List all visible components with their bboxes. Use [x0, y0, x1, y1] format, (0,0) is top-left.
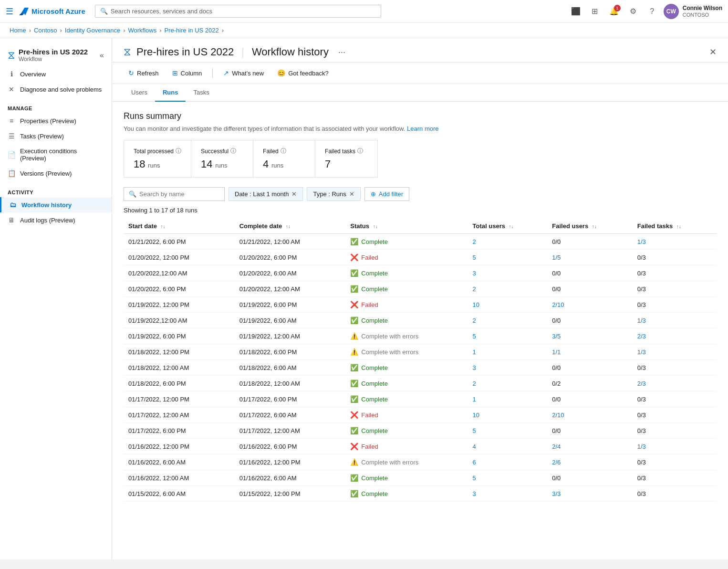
- sort-start-date[interactable]: ↑↓: [161, 224, 166, 229]
- breadcrumb-contoso[interactable]: Contoso: [34, 27, 57, 34]
- search-bar[interactable]: 🔍 Search resources, services and docs: [95, 5, 381, 18]
- cell-failed-users[interactable]: 2/10: [547, 297, 632, 313]
- table-row[interactable]: 01/20/2022,12:00 AM 01/20/2022, 6:00 AM …: [124, 265, 717, 281]
- successful-info-icon[interactable]: ⓘ: [230, 147, 236, 155]
- table-row[interactable]: 01/16/2022, 6:00 AM 01/16/2022, 12:00 PM…: [124, 454, 717, 470]
- failed-tasks-link[interactable]: 1/3: [637, 348, 646, 356]
- sidebar-item-workflow-history[interactable]: 🗂 Workflow history: [0, 197, 112, 212]
- table-row[interactable]: 01/19/2022, 12:00 PM 01/19/2022, 6:00 PM…: [124, 297, 717, 313]
- failed-users-link[interactable]: 2/6: [552, 459, 561, 466]
- total-users-link[interactable]: 3: [473, 490, 476, 497]
- sort-complete-date[interactable]: ↑↓: [286, 224, 291, 229]
- failed-users-link[interactable]: 3/3: [552, 490, 561, 497]
- table-row[interactable]: 01/18/2022, 12:00 PM 01/18/2022, 6:00 PM…: [124, 344, 717, 360]
- failed-users-link[interactable]: 2/4: [552, 443, 561, 450]
- cell-total-users[interactable]: 5: [468, 328, 548, 344]
- cell-failed-tasks[interactable]: 1/3: [633, 439, 717, 454]
- total-users-link[interactable]: 2: [473, 285, 476, 293]
- total-users-link[interactable]: 2: [473, 380, 476, 387]
- search-input[interactable]: [139, 190, 219, 198]
- date-filter-close[interactable]: ✕: [291, 190, 297, 198]
- cell-failed-users[interactable]: 2/6: [547, 454, 632, 470]
- sidebar-collapse-btn[interactable]: «: [100, 51, 104, 60]
- portal-menu-icon[interactable]: ⊞: [587, 4, 603, 19]
- refresh-button[interactable]: ↻ Refresh: [124, 66, 164, 80]
- hamburger-menu[interactable]: ☰: [6, 6, 13, 17]
- table-row[interactable]: 01/21/2022, 6:00 PM 01/21/2022, 12:00 AM…: [124, 234, 717, 250]
- failed-users-link[interactable]: 1/1: [552, 348, 561, 356]
- feedback-button[interactable]: 😊 Got feedback?: [272, 66, 333, 80]
- breadcrumb-pre-hire[interactable]: Pre-hire in US 2022: [165, 27, 219, 34]
- cell-failed-users[interactable]: 1/1: [547, 344, 632, 360]
- table-row[interactable]: 01/16/2022, 12:00 PM 01/16/2022, 6:00 PM…: [124, 439, 717, 454]
- total-users-link[interactable]: 10: [473, 301, 479, 308]
- cell-failed-tasks[interactable]: 1/3: [633, 234, 717, 250]
- date-filter-tag[interactable]: Date : Last 1 month ✕: [229, 187, 303, 201]
- sidebar-item-tasks[interactable]: ☰ Tasks (Preview): [0, 128, 112, 144]
- failed-tasks-link[interactable]: 2/3: [637, 333, 646, 340]
- cell-total-users[interactable]: 3: [468, 486, 548, 502]
- failed-info-icon[interactable]: ⓘ: [281, 147, 286, 155]
- cell-total-users[interactable]: 3: [468, 360, 548, 376]
- cell-failed-users[interactable]: 3/3: [547, 486, 632, 502]
- failed-tasks-link[interactable]: 1/3: [637, 238, 646, 245]
- cell-total-users[interactable]: 1: [468, 391, 548, 407]
- tab-users[interactable]: Users: [124, 84, 155, 102]
- table-row[interactable]: 01/19/2022, 6:00 PM 01/19/2022, 12:00 AM…: [124, 328, 717, 344]
- failed-users-link[interactable]: 2/10: [552, 411, 564, 419]
- failed-tasks-link[interactable]: 1/3: [637, 443, 646, 450]
- sidebar-item-audit-logs[interactable]: 🖥 Audit logs (Preview): [0, 212, 112, 228]
- column-button[interactable]: ⊞ Column: [167, 66, 207, 80]
- total-info-icon[interactable]: ⓘ: [176, 147, 181, 155]
- table-row[interactable]: 01/15/2022, 6:00 AM 01/15/2022, 12:00 PM…: [124, 486, 717, 502]
- failed-tasks-info-icon[interactable]: ⓘ: [357, 147, 363, 155]
- cell-failed-users[interactable]: 1/5: [547, 250, 632, 265]
- table-row[interactable]: 01/19/2022,12:00 AM 01/19/2022, 6:00 AM …: [124, 313, 717, 328]
- total-users-link[interactable]: 5: [473, 254, 476, 261]
- cell-total-users[interactable]: 10: [468, 407, 548, 423]
- cell-total-users[interactable]: 10: [468, 297, 548, 313]
- sort-status[interactable]: ↑↓: [373, 224, 378, 229]
- table-row[interactable]: 01/17/2022, 12:00 PM 01/17/2022, 6:00 PM…: [124, 391, 717, 407]
- total-users-link[interactable]: 6: [473, 459, 476, 466]
- breadcrumb-workflows[interactable]: Workflows: [128, 27, 157, 34]
- sort-failed-tasks[interactable]: ↑↓: [676, 224, 681, 229]
- notification-icon[interactable]: 🔔 1: [606, 4, 622, 19]
- tab-tasks[interactable]: Tasks: [186, 84, 217, 102]
- table-row[interactable]: 01/16/2022, 12:00 AM 01/16/2022, 6:00 AM…: [124, 470, 717, 486]
- total-users-link[interactable]: 1: [473, 396, 476, 403]
- total-users-link[interactable]: 10: [473, 411, 479, 419]
- cell-total-users[interactable]: 6: [468, 454, 548, 470]
- cell-total-users[interactable]: 2: [468, 281, 548, 297]
- type-filter-close[interactable]: ✕: [349, 190, 354, 198]
- cell-total-users[interactable]: 4: [468, 439, 548, 454]
- cell-total-users[interactable]: 3: [468, 265, 548, 281]
- add-filter-btn[interactable]: ⊕ Add filter: [364, 187, 409, 201]
- cell-failed-tasks[interactable]: 1/3: [633, 313, 717, 328]
- total-users-link[interactable]: 1: [473, 348, 476, 356]
- sort-total-users[interactable]: ↑↓: [509, 224, 514, 229]
- page-header-more-btn[interactable]: ···: [338, 47, 345, 57]
- table-row[interactable]: 01/18/2022, 12:00 AM 01/18/2022, 6:00 AM…: [124, 360, 717, 376]
- type-filter-tag[interactable]: Type : Runs ✕: [307, 187, 360, 201]
- table-row[interactable]: 01/17/2022, 6:00 PM 01/17/2022, 12:00 AM…: [124, 423, 717, 439]
- close-button[interactable]: ✕: [709, 47, 717, 57]
- whats-new-button[interactable]: ↗ What's new: [218, 66, 269, 80]
- sidebar-item-diagnose[interactable]: ✕ Diagnose and solve problems: [0, 82, 112, 97]
- learn-more-link[interactable]: Learn more: [407, 125, 438, 132]
- sidebar-item-properties[interactable]: ≡ Properties (Preview): [0, 113, 112, 128]
- search-input-container[interactable]: 🔍: [124, 187, 225, 201]
- failed-tasks-link[interactable]: 1/3: [637, 317, 646, 324]
- sidebar-item-execution[interactable]: 📄 Execution conditions (Preview): [0, 144, 112, 166]
- cell-failed-users[interactable]: 2/10: [547, 407, 632, 423]
- total-users-link[interactable]: 5: [473, 427, 476, 434]
- cell-failed-tasks[interactable]: 2/3: [633, 376, 717, 391]
- total-users-link[interactable]: 3: [473, 364, 476, 371]
- sidebar-item-overview[interactable]: ℹ Overview: [0, 66, 112, 82]
- cell-total-users[interactable]: 2: [468, 376, 548, 391]
- table-row[interactable]: 01/17/2022, 12:00 AM 01/17/2022, 6:00 AM…: [124, 407, 717, 423]
- total-users-link[interactable]: 5: [473, 474, 476, 482]
- cell-failed-tasks[interactable]: 1/3: [633, 344, 717, 360]
- cell-failed-users[interactable]: 3/5: [547, 328, 632, 344]
- total-users-link[interactable]: 3: [473, 270, 476, 277]
